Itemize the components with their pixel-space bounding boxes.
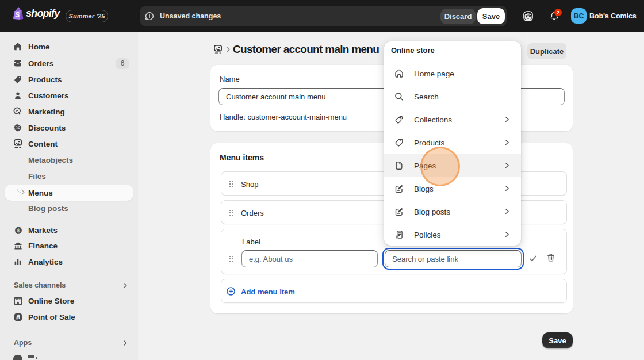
svg-text:$: $ bbox=[17, 227, 20, 233]
svg-text:s: s bbox=[17, 315, 19, 319]
svg-text:S: S bbox=[15, 11, 20, 19]
